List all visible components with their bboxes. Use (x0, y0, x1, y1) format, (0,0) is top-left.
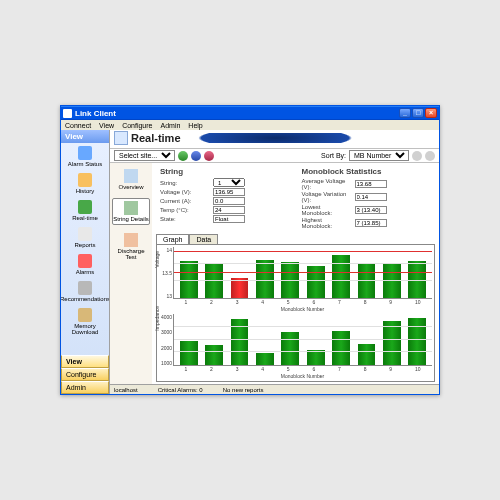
window-title: Link Client (75, 109, 399, 118)
monoblock-block: Monoblock Statistics Average Voltage (V)… (302, 167, 432, 230)
sidebar-label: Alarm Status (68, 161, 102, 167)
tab-graph[interactable]: Graph (156, 234, 189, 244)
monoblock-title: Monoblock Statistics (302, 167, 432, 176)
chart-bar (205, 345, 223, 365)
sidebar-icon (78, 281, 92, 295)
sidebar-icon (78, 308, 92, 322)
string-value[interactable]: 1 (213, 178, 245, 187)
mono-label: Highest Monoblock: (302, 217, 352, 229)
sidebar-item-6[interactable]: Memory Download (63, 308, 107, 335)
stop-icon[interactable] (204, 151, 214, 161)
sec-nav-icon (124, 169, 138, 183)
chart-yaxis: Impedance4000300020001000 (159, 314, 173, 366)
string-row: Temp (°C): (160, 206, 290, 214)
chart-xlabel: Monoblock Number (159, 373, 432, 379)
string-row: State: (160, 215, 290, 223)
chart-bar (256, 353, 274, 365)
sort-select[interactable]: MB Number (349, 150, 409, 161)
sidebar-item-2[interactable]: Real-time (72, 200, 98, 221)
chart-xlabel: Monoblock Number (159, 306, 432, 312)
mono-row: Voltage Variation (V): (302, 191, 432, 203)
titlebar[interactable]: Link Client _ □ × (61, 106, 439, 120)
app-icon (63, 109, 72, 118)
menu-view[interactable]: View (99, 122, 114, 129)
site-select[interactable]: Select site... (114, 150, 175, 161)
mono-value (355, 180, 387, 188)
menu-admin[interactable]: Admin (160, 122, 180, 129)
menu-help[interactable]: Help (188, 122, 202, 129)
sort-desc-icon[interactable] (425, 151, 435, 161)
sidebar-label: Recommendations (61, 296, 110, 302)
play-icon[interactable] (191, 151, 201, 161)
maximize-button[interactable]: □ (412, 108, 424, 118)
chart-bar (332, 255, 350, 298)
left-button-view[interactable]: View (61, 355, 109, 368)
chart-bar (256, 260, 274, 298)
sidebar-item-4[interactable]: Alarms (76, 254, 95, 275)
main-header: Real-time (110, 130, 439, 149)
menu-connect[interactable]: Connect (65, 122, 91, 129)
mono-value (355, 219, 387, 227)
string-label: Current (A): (160, 198, 210, 204)
mono-label: Lowest Monoblock: (302, 204, 352, 216)
string-block: String String:1Voltage (V):Current (A):T… (160, 167, 290, 230)
menu-configure[interactable]: Configure (122, 122, 152, 129)
string-row: Voltage (V): (160, 188, 290, 196)
left-button-configure[interactable]: Configure (61, 368, 109, 381)
status-host: localhost (114, 387, 138, 393)
sidebar-item-3[interactable]: Reports (74, 227, 95, 248)
sidebar-item-5[interactable]: Recommendations (61, 281, 110, 302)
mono-value (355, 206, 387, 214)
chart-1: Impedance400030002000100012345678910Mono… (159, 314, 432, 379)
sidebar-icon (78, 254, 92, 268)
string-row: Current (A): (160, 197, 290, 205)
sec-nav-icon (124, 233, 138, 247)
ref-line (174, 251, 432, 252)
sidebar-label: Memory Download (63, 323, 107, 335)
tab-data[interactable]: Data (189, 234, 218, 244)
sidebar-label: Reports (74, 242, 95, 248)
chart-yaxis: Voltage1413.513 (159, 247, 173, 299)
status-reports: No new reports (223, 387, 264, 393)
chart-plot (173, 247, 432, 299)
status-alarms: Critical Alarms: 0 (158, 387, 203, 393)
string-row: String:1 (160, 178, 290, 187)
chart-bar (332, 331, 350, 365)
sec-nav-item-0[interactable]: Overview (112, 167, 150, 192)
left-header: View (61, 130, 109, 143)
mono-value (355, 193, 387, 201)
sidebar-icon (78, 200, 92, 214)
mono-label: Average Voltage (V): (302, 178, 352, 190)
chart-plot (173, 314, 432, 366)
chart-ylabel: Voltage (154, 251, 160, 268)
chart-area: Voltage1413.51312345678910Monoblock Numb… (156, 244, 435, 382)
chart-bar (383, 321, 401, 365)
string-value (213, 206, 245, 214)
refresh-icon[interactable] (178, 151, 188, 161)
string-label: String: (160, 180, 210, 186)
content-area: String String:1Voltage (V):Current (A):T… (152, 163, 439, 384)
left-sidebar: View Alarm StatusHistoryReal-timeReports… (61, 130, 109, 394)
page-title: Real-time (131, 132, 181, 144)
sec-nav-item-1[interactable]: String Details (112, 198, 150, 225)
chart-ylabel: Impedance (154, 306, 160, 331)
sec-nav-item-2[interactable]: Discharge Test (112, 231, 150, 262)
sidebar-label: Alarms (76, 269, 95, 275)
sidebar-item-1[interactable]: History (76, 173, 95, 194)
sort-label: Sort By: (321, 152, 346, 159)
chart-xaxis: 12345678910 (159, 299, 432, 305)
main-panel: Real-time Select site... Sort By: MB Num… (109, 130, 439, 394)
mono-row: Lowest Monoblock: (302, 204, 432, 216)
sort-asc-icon[interactable] (412, 151, 422, 161)
sidebar-item-0[interactable]: Alarm Status (68, 146, 102, 167)
minimize-button[interactable]: _ (399, 108, 411, 118)
sidebar-icon (78, 146, 92, 160)
chart-bar (358, 344, 376, 365)
chart-bar (281, 332, 299, 365)
string-label: Temp (°C): (160, 207, 210, 213)
ref-line (174, 272, 432, 273)
left-button-admin[interactable]: Admin (61, 381, 109, 394)
toolbar: Select site... Sort By: MB Number (110, 149, 439, 163)
close-button[interactable]: × (425, 108, 437, 118)
sidebar-icon (78, 227, 92, 241)
